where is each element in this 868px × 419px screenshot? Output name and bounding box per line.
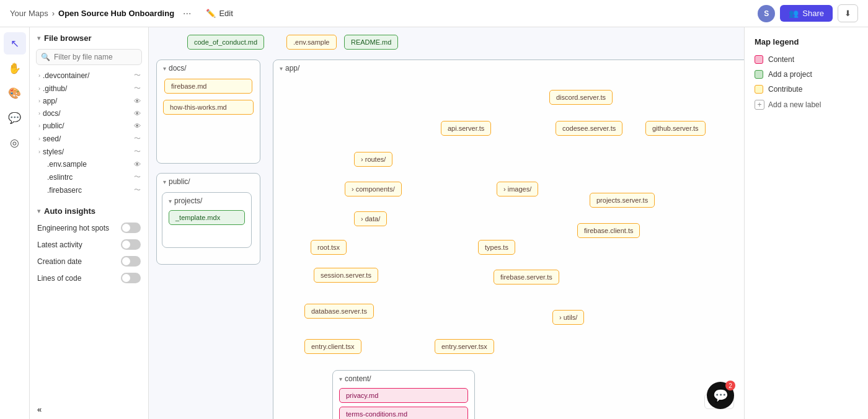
auto-insights-chevron: ▾ xyxy=(37,208,40,214)
list-item[interactable]: .firebaserc 〜 xyxy=(30,183,148,196)
hidden-icon: 〜 xyxy=(134,71,141,80)
docs-folder[interactable]: ▾ docs/ firebase.md how-this-works.md xyxy=(156,60,260,164)
discord-server-node[interactable]: discord.server.ts xyxy=(549,90,613,105)
list-item[interactable]: ›app/ 👁 xyxy=(30,95,148,107)
legend-title: Map legend xyxy=(755,37,858,46)
hand-tool-button[interactable]: ✋ xyxy=(4,57,26,79)
add-label-text: Add a new label xyxy=(768,100,821,109)
codesee-server-node[interactable]: codesee.server.ts xyxy=(556,121,622,136)
comment-tool-button[interactable]: 💬 xyxy=(4,107,26,129)
search-input[interactable] xyxy=(36,49,142,65)
list-item[interactable]: ›styles/ 〜 xyxy=(30,145,148,158)
palette-tool-button[interactable]: 🎨 xyxy=(4,82,26,104)
types-ts-node[interactable]: types.ts xyxy=(478,240,515,255)
list-item[interactable]: .eslintrc 〜 xyxy=(30,170,148,183)
env-sample-node[interactable]: .env.sample xyxy=(286,35,337,50)
chat-icon: 💬 xyxy=(713,388,728,403)
engineering-hotspots-toggle[interactable] xyxy=(121,223,141,233)
how-this-works-node[interactable]: how-this-works.md xyxy=(163,100,254,115)
project-swatch xyxy=(755,70,763,79)
creation-date-label: Creation date xyxy=(37,257,82,266)
entry-client-node[interactable]: entry.client.tsx xyxy=(304,339,361,354)
routes-node[interactable]: › routes/ xyxy=(354,152,392,167)
share-icon: 👥 xyxy=(789,9,799,18)
projects-server-node[interactable]: projects.server.ts xyxy=(590,193,655,208)
terms-conditions-node[interactable]: terms-conditions.md xyxy=(339,407,468,419)
target-tool-button[interactable]: ◎ xyxy=(4,131,26,154)
plus-icon: + xyxy=(755,100,764,110)
privacy-md-node[interactable]: privacy.md xyxy=(339,388,468,403)
legend-item-project: Add a project xyxy=(755,70,858,79)
env-sample-label: .env.sample xyxy=(293,38,330,46)
lines-of-code-toggle[interactable] xyxy=(121,273,141,283)
readme-node[interactable]: README.md xyxy=(344,35,398,50)
download-button[interactable]: ⬇ xyxy=(838,4,858,22)
data-node[interactable]: › data/ xyxy=(354,211,387,226)
collapse-icon: « xyxy=(37,405,42,414)
code-of-conduct-node[interactable]: code_of_conduct.md xyxy=(187,35,264,50)
list-item[interactable]: ›public/ 👁 xyxy=(30,120,148,132)
entry-server-node[interactable]: entry.server.tsx xyxy=(435,339,494,354)
content-folder[interactable]: ▾content/ privacy.md terms-conditions.md xyxy=(332,370,475,419)
eye-icon: 👁 xyxy=(134,110,141,117)
file-browser-section[interactable]: ▾ File browser xyxy=(30,27,148,46)
auto-insights-label: Auto insights xyxy=(44,206,95,216)
edit-pencil-icon: ✏️ xyxy=(206,9,216,18)
public-folder-label: ▾public/ xyxy=(157,174,260,188)
projects-subfolder[interactable]: ▾projects/ _template.mdx xyxy=(162,192,252,248)
public-folder[interactable]: ▾public/ ▾projects/ _template.mdx xyxy=(156,173,260,265)
list-item[interactable]: ›.devcontainer/ 〜 xyxy=(30,69,148,82)
database-server-node[interactable]: database.server.ts xyxy=(304,304,374,319)
latest-activity-row: Latest activity xyxy=(30,236,148,253)
breadcrumb: Your Maps › Open Source Hub Onboarding xyxy=(10,9,174,18)
content-swatch xyxy=(755,55,763,64)
hand-icon: ✋ xyxy=(8,62,21,75)
hidden-icon: 〜 xyxy=(134,134,141,143)
chat-fab-button[interactable]: 💬 2 xyxy=(707,382,734,409)
api-server-node[interactable]: api.server.ts xyxy=(441,121,491,136)
firebase-server-node[interactable]: firebase.server.ts xyxy=(494,270,559,284)
session-server-node[interactable]: session.server.ts xyxy=(314,268,378,283)
breadcrumb-parent[interactable]: Your Maps xyxy=(10,9,48,18)
root-tsx-node[interactable]: root.tsx xyxy=(311,240,347,255)
firebase-client-node[interactable]: firebase.client.ts xyxy=(577,223,640,238)
eye-icon: 👁 xyxy=(134,97,141,105)
components-node[interactable]: › components/ xyxy=(345,182,402,196)
topbar: Your Maps › Open Source Hub Onboarding ·… xyxy=(0,0,868,27)
content-label: Content xyxy=(768,55,794,64)
hidden-icon: 〜 xyxy=(134,84,141,93)
firebase-md-node[interactable]: firebase.md xyxy=(164,79,252,94)
list-item[interactable]: .env.sample 👁 xyxy=(30,158,148,170)
utils-node[interactable]: › utils/ xyxy=(552,310,584,325)
creation-date-toggle[interactable] xyxy=(121,256,141,267)
template-mdx-node[interactable]: _template.mdx xyxy=(169,210,245,225)
docs-chevron: ▾ xyxy=(163,65,166,72)
edit-button[interactable]: ✏️ Edit xyxy=(200,6,239,21)
add-label-button[interactable]: + Add a new label xyxy=(755,100,858,110)
file-tree: ›.devcontainer/ 〜 ›.github/ 〜 ›app/ 👁 ›d… xyxy=(30,69,148,200)
projects-folder-label: ▾projects/ xyxy=(162,193,251,208)
hidden-icon: 〜 xyxy=(134,172,141,182)
list-item[interactable]: ›seed/ 〜 xyxy=(30,132,148,145)
share-button[interactable]: 👥 Share xyxy=(780,5,833,22)
cursor-tool-button[interactable]: ↖ xyxy=(4,32,26,55)
main-canvas[interactable]: code_of_conduct.md .env.sample README.md… xyxy=(149,27,744,419)
layout: ↖ ✋ 🎨 💬 ◎ ▾ File browser 🔍 ›.devcontaine… xyxy=(0,27,868,419)
project-label: Add a project xyxy=(768,70,812,79)
app-folder[interactable]: ▾app/ discord.server.ts api.server.ts co… xyxy=(273,60,744,419)
creation-date-row: Creation date xyxy=(30,253,148,270)
images-node[interactable]: › images/ xyxy=(497,182,538,196)
auto-insights-section[interactable]: ▾ Auto insights xyxy=(30,200,148,219)
file-browser-chevron: ▾ xyxy=(37,35,40,42)
content-folder-label: ▾content/ xyxy=(333,371,474,386)
cursor-icon: ↖ xyxy=(11,37,19,50)
more-button[interactable]: ··· xyxy=(179,7,195,20)
github-server-node[interactable]: github.server.ts xyxy=(645,121,706,136)
list-item[interactable]: ›.github/ 〜 xyxy=(30,82,148,95)
collapse-sidebar-button[interactable]: « xyxy=(30,400,148,419)
share-label: Share xyxy=(802,9,824,18)
list-item[interactable]: ›docs/ 👁 xyxy=(30,107,148,120)
latest-activity-toggle[interactable] xyxy=(121,239,141,250)
search-icon: 🔍 xyxy=(41,53,50,61)
latest-activity-label: Latest activity xyxy=(37,240,82,249)
